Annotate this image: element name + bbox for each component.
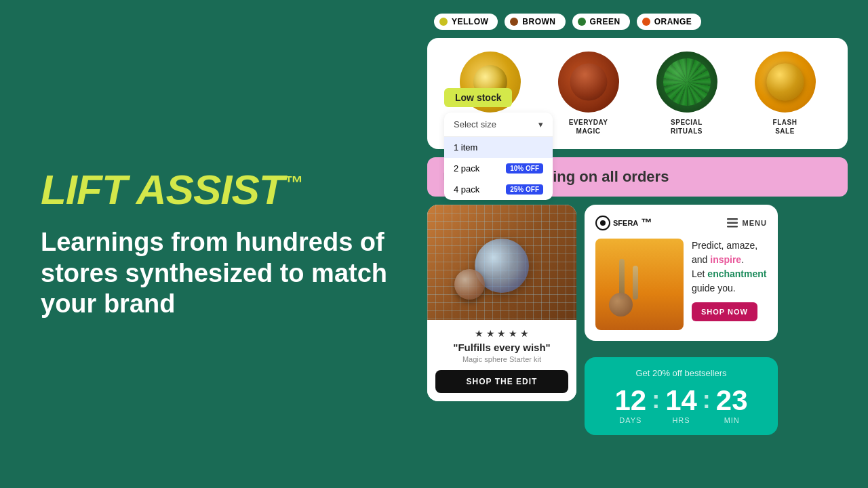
color-brown[interactable]: BROWN: [505, 14, 565, 30]
shop-edit-button[interactable]: SHOP THE EDIT: [435, 370, 568, 393]
discount-10off: 10% OFF: [506, 163, 543, 174]
product-subtitle: Magic sphere Starter kit: [435, 355, 568, 363]
countdown-days: 12 DAYS: [614, 386, 646, 424]
product-image: [427, 205, 576, 320]
sfera-logo-icon: [595, 216, 610, 230]
everyday-magic-image: [558, 52, 619, 113]
svg-rect-10: [727, 226, 738, 228]
size-option-1item[interactable]: 1 item: [444, 137, 553, 158]
low-stock-badge: Low stock: [444, 88, 512, 107]
product-card: ★ ★ ★ ★ ★ "Fulfills every wish" Magic sp…: [427, 205, 576, 401]
stock-size-widget: Low stock Select size ▾ 1 item 2 pack 10…: [444, 88, 553, 200]
svg-rect-9: [727, 222, 738, 224]
countdown-separator-2: :: [703, 386, 711, 424]
size-selector: Select size ▾ 1 item 2 pack 10% OFF 4 pa…: [444, 113, 553, 200]
product-quote: "Fulfills every wish": [435, 342, 568, 353]
svg-rect-8: [727, 218, 738, 220]
right-column: SFERA™ MENU: [585, 205, 778, 435]
green-dot: [578, 18, 586, 26]
color-orange[interactable]: ORANGE: [637, 14, 702, 30]
size-select-header[interactable]: Select size ▾: [444, 113, 553, 137]
category-special-rituals[interactable]: SPECIALRITUALS: [656, 52, 717, 136]
countdown-label: Get 20% off bestsellers: [595, 368, 767, 378]
sfera-logo: SFERA™: [595, 216, 652, 230]
sfera-header: SFERA™ MENU: [595, 216, 767, 230]
category-everyday-magic[interactable]: EVERYDAYMAGIC: [558, 52, 619, 136]
countdown-separator-1: :: [652, 386, 660, 424]
countdown-hrs: 14 HRS: [665, 386, 697, 424]
discount-25off: 25% OFF: [506, 184, 543, 195]
category-flash-sale[interactable]: FLASHSALE: [755, 52, 816, 136]
sfera-product-image: [595, 239, 684, 330]
brand-title: LIFT ASSIST™: [41, 169, 407, 211]
sfera-card: SFERA™ MENU: [585, 205, 778, 341]
countdown-numbers: 12 DAYS : 14 HRS : 23 MIN: [595, 386, 767, 424]
brown-dot: [510, 18, 518, 26]
sfera-menu-button[interactable]: MENU: [726, 217, 767, 229]
glass-sphere-small: [454, 269, 485, 300]
color-selector: YELLOW BROWN GREEN ORANGE: [427, 14, 848, 30]
size-option-2pack[interactable]: 2 pack 10% OFF: [444, 158, 553, 179]
special-rituals-image: [656, 52, 717, 113]
sfera-enchantment: enchantment: [707, 268, 766, 279]
product-info: ★ ★ ★ ★ ★ "Fulfills every wish" Magic sp…: [427, 320, 576, 401]
shop-now-button[interactable]: SHOP NOW: [692, 302, 757, 321]
countdown-min: 23 MIN: [716, 386, 748, 424]
size-option-4pack[interactable]: 4 pack 25% OFF: [444, 179, 553, 200]
right-section: YELLOW BROWN GREEN ORANGE BESTSELLERS EV…: [427, 14, 848, 435]
sfera-inspire: inspire: [710, 254, 741, 265]
orange-dot: [642, 18, 650, 26]
hero-section: LIFT ASSIST™ Learnings from hundreds of …: [41, 169, 407, 320]
yellow-dot: [439, 18, 448, 26]
countdown-card: Get 20% off bestsellers 12 DAYS : 14 HRS…: [585, 357, 778, 435]
chevron-down-icon: ▾: [538, 119, 543, 129]
color-yellow[interactable]: YELLOW: [434, 14, 498, 30]
tagline: Learnings from hundreds of stores synthe…: [41, 227, 407, 320]
sfera-content: Predict, amaze, and inspire. Let enchant…: [595, 239, 767, 330]
menu-icon: [726, 217, 738, 229]
sfera-description: Predict, amaze, and inspire. Let enchant…: [692, 239, 767, 330]
color-green[interactable]: GREEN: [572, 14, 630, 30]
svg-point-7: [600, 220, 606, 226]
flash-sale-image: [755, 52, 816, 113]
bottom-row: ★ ★ ★ ★ ★ "Fulfills every wish" Magic sp…: [427, 205, 848, 435]
product-stars: ★ ★ ★ ★ ★: [435, 328, 568, 339]
